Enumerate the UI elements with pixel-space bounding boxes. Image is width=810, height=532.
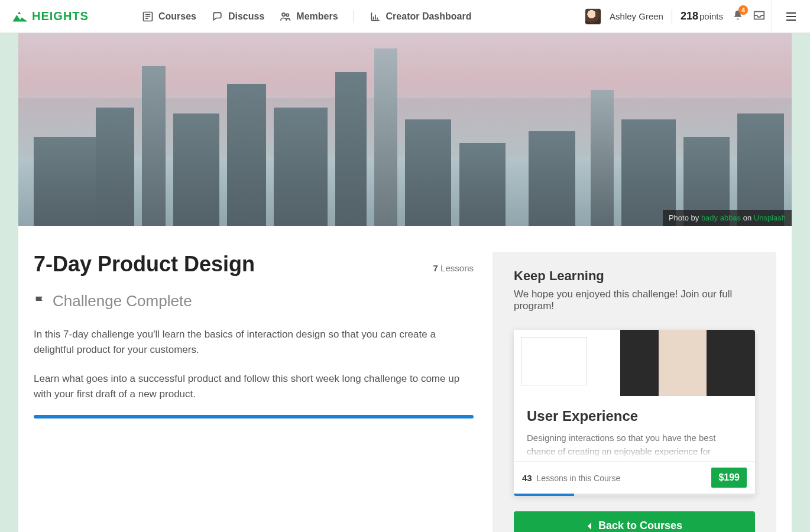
price-badge: $199 [711, 468, 747, 488]
photo-credit: Photo by bady abbas on Unsplash [663, 210, 792, 226]
brand-name: HEIGHTS [32, 9, 89, 23]
challenge-status: Challenge Complete [34, 292, 474, 310]
caret-left-icon [587, 522, 592, 530]
course-progress [34, 415, 474, 419]
mountain-icon [12, 11, 28, 22]
user-area: Ashley Green 218points 4 [585, 8, 766, 25]
card-progress [514, 494, 755, 496]
hero-image: Photo by bady abbas on Unsplash [18, 33, 792, 226]
main-nav: Courses Discuss Members Creator Dashboar… [142, 10, 472, 23]
card-description: Designing interactions so that you have … [527, 432, 742, 459]
sidebar-subtitle: We hope you enjoyed this challenge! Join… [514, 288, 755, 312]
course-progress-fill [34, 415, 474, 419]
username[interactable]: Ashley Green [610, 11, 663, 21]
credit-author-link[interactable]: bady abbas [701, 213, 741, 222]
course-title: 7-Day Product Design [34, 252, 255, 277]
topbar: HEIGHTS Courses Discuss Members Creator … [0, 0, 810, 33]
credit-source-link[interactable]: Unsplash [754, 213, 786, 222]
chat-icon [212, 11, 223, 22]
book-icon [142, 11, 154, 22]
sidebar-title: Keep Learning [514, 268, 755, 284]
card-lesson-count: 43 Lessons in this Course [522, 473, 620, 483]
lesson-count: 7 Lessons [433, 263, 474, 273]
hamburger-menu[interactable] [772, 0, 798, 33]
content: 7-Day Product Design 7 Lessons Challenge… [18, 226, 792, 532]
people-icon [280, 11, 291, 22]
nav-item-members[interactable]: Members [280, 11, 338, 22]
divider [672, 9, 672, 24]
svg-point-1 [282, 13, 285, 16]
back-to-courses-button[interactable]: Back to Courses [514, 511, 755, 532]
avatar[interactable] [585, 8, 601, 25]
chart-icon [370, 11, 381, 22]
page-shell: Photo by bady abbas on Unsplash 7-Day Pr… [18, 33, 792, 532]
card-footer: 43 Lessons in this Course $199 [514, 461, 755, 494]
points-display: 218points [681, 10, 723, 22]
card-title: User Experience [527, 408, 742, 424]
hamburger-icon [784, 9, 798, 24]
nav-item-discuss[interactable]: Discuss [212, 11, 264, 22]
sidebar: Keep Learning We hope you enjoyed this c… [493, 252, 776, 532]
card-body: User Experience Designing interactions s… [514, 396, 755, 461]
inbox-button[interactable] [753, 9, 766, 24]
main-column: 7-Day Product Design 7 Lessons Challenge… [34, 252, 474, 532]
nav-divider [354, 10, 354, 23]
inbox-icon [753, 9, 766, 22]
notification-badge: 4 [738, 5, 748, 15]
notifications-button[interactable]: 4 [731, 9, 744, 24]
nav-item-courses[interactable]: Courses [142, 11, 196, 22]
featured-course-card[interactable]: User Experience Designing interactions s… [514, 330, 755, 496]
nav-item-dashboard[interactable]: Creator Dashboard [370, 11, 472, 22]
card-progress-fill [514, 494, 574, 496]
title-row: 7-Day Product Design 7 Lessons [34, 252, 474, 277]
course-description: In this 7-day challenge you'll learn the… [34, 327, 474, 402]
flag-icon [34, 295, 47, 308]
brand-logo[interactable]: HEIGHTS [12, 9, 89, 23]
svg-point-2 [287, 14, 289, 16]
skyline-illustration [18, 33, 792, 226]
card-image [514, 330, 755, 396]
